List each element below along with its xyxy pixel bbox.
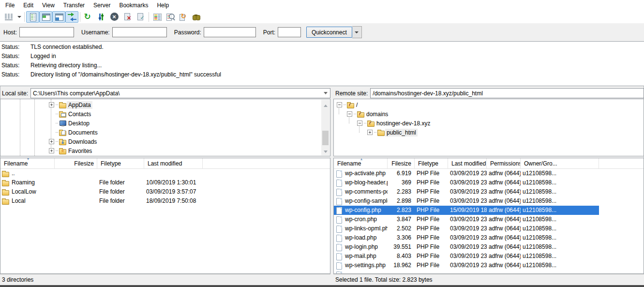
- expander-icon[interactable]: [337, 102, 342, 107]
- menu-item-bookmarks[interactable]: Bookmarks: [115, 0, 152, 10]
- file-row-wp-comments-po[interactable]: wp-comments-po...2.283PHP File03/09/2019…: [334, 187, 599, 196]
- remote-path-combobox[interactable]: /domains/hostinger-dev-18.xyz/public_htm…: [370, 88, 644, 98]
- file-row-wp-cron-php[interactable]: wp-cron.php3.847PHP File03/09/2019 23:..…: [334, 215, 599, 224]
- column-header-filesize[interactable]: Filesize: [388, 158, 415, 168]
- file-row-wp-config-php[interactable]: wp-config.php2.823PHP File15/09/2019 18:…: [334, 206, 599, 215]
- filename-filters-button[interactable]: [164, 11, 177, 23]
- expander-icon[interactable]: [347, 111, 352, 117]
- log-type: Status:: [0, 70, 30, 79]
- expander-icon[interactable]: [357, 121, 362, 126]
- expander-icon[interactable]: [49, 148, 54, 153]
- filesize-cell: 3.306: [388, 233, 415, 242]
- tree-item-desktop[interactable]: Desktop: [0, 119, 330, 128]
- disconnect-button[interactable]: [121, 11, 134, 23]
- site-manager-button[interactable]: [2, 11, 15, 23]
- file-row-local[interactable]: LocalFile folder18/09/2019 7:50:08: [0, 196, 330, 206]
- cancel-button[interactable]: [108, 11, 121, 23]
- file-row-wp-config-sample[interactable]: wp-config-sample...2.898PHP File03/09/20…: [334, 196, 599, 206]
- expander-icon[interactable]: [367, 130, 373, 135]
- local-path-combobox[interactable]: C:\Users\This computer\AppData\: [30, 88, 330, 98]
- host-input[interactable]: [19, 27, 74, 37]
- column-header-filesize[interactable]: Filesize: [55, 158, 97, 168]
- column-header-last-modified[interactable]: Last modified: [144, 158, 203, 168]
- find-files-button[interactable]: [190, 11, 203, 23]
- menu-item-help[interactable]: Help: [152, 0, 173, 10]
- modified-cell: 03/09/2019 23:...: [448, 261, 487, 270]
- site-manager-dropdown-button[interactable]: [15, 11, 23, 23]
- column-header-filetype[interactable]: Filetype: [97, 158, 144, 168]
- tree-item-appdata[interactable]: AppData: [0, 100, 330, 109]
- file-row-wp-load-php[interactable]: wp-load.php3.306PHP File03/09/2019 23:..…: [334, 233, 599, 242]
- process-queue-button[interactable]: [95, 11, 108, 23]
- menu-item-transfer[interactable]: Transfer: [59, 0, 89, 10]
- filename-cell: wp-login.php: [334, 242, 388, 252]
- expander-icon[interactable]: [49, 139, 54, 144]
- modified-cell: 03/09/2019 23:...: [448, 169, 487, 178]
- quickconnect-dropdown-button[interactable]: [352, 26, 362, 38]
- file-row-wp-links-opml-php[interactable]: wp-links-opml.php2.502PHP File03/09/2019…: [334, 224, 599, 233]
- toolbar: [0, 11, 644, 23]
- filetype-cell: PHP File: [415, 187, 448, 196]
- tree-item-documents[interactable]: Documents: [0, 128, 330, 137]
- remote-list-rows: wp-activate.php6.919PHP File03/09/2019 2…: [334, 169, 644, 274]
- filename-filters-icon: [165, 12, 175, 22]
- owner-cell: u12108598...: [521, 224, 599, 233]
- tree-item-domains[interactable]: domains: [334, 109, 644, 119]
- file-row-roaming[interactable]: RoamingFile folder10/09/2019 1:30:01: [0, 178, 330, 187]
- column-header-label: Filetype: [101, 160, 121, 167]
- owner-cell: u12108598...: [521, 169, 599, 178]
- filesize-cell: 2.502: [388, 224, 415, 233]
- expander-icon[interactable]: [49, 102, 54, 107]
- file-icon: [335, 262, 343, 269]
- tree-item-downloads[interactable]: Downloads: [0, 137, 330, 146]
- local-list-rows: ..RoamingFile folder10/09/2019 1:30:01Lo…: [0, 169, 330, 206]
- toggle-message-log-button[interactable]: [26, 11, 39, 23]
- menu-item-view[interactable]: View: [38, 0, 59, 10]
- username-input[interactable]: [112, 27, 167, 37]
- menu-item-server[interactable]: Server: [89, 0, 115, 10]
- quickconnect-button[interactable]: Quickconnect: [306, 27, 352, 38]
- filesize-cell: 8.403: [388, 252, 415, 261]
- toggle-remote-tree-button[interactable]: [52, 11, 65, 23]
- port-input[interactable]: [278, 27, 301, 37]
- tree-item-public-html[interactable]: public_html: [334, 128, 644, 137]
- column-header-owner-gro[interactable]: Owner/Gro...: [521, 158, 599, 168]
- column-header-filename[interactable]: Filename▴: [334, 158, 388, 168]
- toggle-transfer-queue-button[interactable]: [65, 11, 78, 23]
- password-input[interactable]: [204, 27, 256, 37]
- column-header-filetype[interactable]: Filetype: [415, 158, 448, 168]
- column-header-filename[interactable]: Filename▾: [0, 158, 55, 168]
- menu-item-file[interactable]: File: [1, 0, 19, 10]
- site-manager-icon: [4, 12, 14, 22]
- filesize-cell: 2.283: [388, 187, 415, 196]
- toggle-message-log-icon: [28, 12, 38, 22]
- tree-item-hostinger-dev-18-xyz[interactable]: hostinger-dev-18.xyz: [334, 119, 644, 128]
- tree-label: Downloads: [67, 138, 98, 146]
- file-row-wp-mail-php[interactable]: wp-mail.php8.403PHP File03/09/2019 23:..…: [334, 252, 599, 261]
- reconnect-button[interactable]: [134, 11, 147, 23]
- file-row-wp-login-php[interactable]: wp-login.php39.551PHP File03/09/2019 23:…: [334, 242, 599, 252]
- file-row-wp-activate-php[interactable]: wp-activate.php6.919PHP File03/09/2019 2…: [334, 169, 599, 178]
- file-row-item[interactable]: ..: [0, 169, 330, 178]
- tree-item-favorites[interactable]: Favorites: [0, 146, 330, 155]
- menu-item-edit[interactable]: Edit: [19, 0, 38, 10]
- file-row-wp-settings-php[interactable]: wp-settings.php18.962PHP File03/09/2019 …: [334, 261, 599, 270]
- toggle-local-tree-button[interactable]: [39, 11, 52, 23]
- refresh-button[interactable]: [82, 11, 95, 23]
- file-row-wp-blog-header-p[interactable]: wp-blog-header.p...369PHP File03/09/2019…: [334, 178, 599, 187]
- file-row-partial[interactable]: [334, 270, 599, 274]
- tree-item-item[interactable]: /: [334, 100, 644, 109]
- column-header-permissions[interactable]: Permissions: [487, 158, 521, 168]
- file-row-locallow[interactable]: LocalLowFile folder03/09/2019 3:57:07: [0, 187, 330, 196]
- folder-icon: [2, 170, 10, 177]
- log-row: Status:Logged in: [0, 52, 644, 61]
- filename-text: wp-login.php: [345, 242, 378, 252]
- synchronized-browsing-button[interactable]: [177, 11, 190, 23]
- filename-text: wp-settings.php: [345, 261, 386, 270]
- log-type: Status:: [0, 52, 30, 61]
- modified-cell: 03/09/2019 3:57:07: [144, 187, 203, 196]
- directory-comparison-button[interactable]: [150, 11, 164, 23]
- column-header-last-modified[interactable]: Last modified: [448, 158, 487, 168]
- tree-item-contacts[interactable]: Contacts: [0, 109, 330, 119]
- remote-file-list: Filename▴FilesizeFiletypeLast modifiedPe…: [333, 158, 644, 274]
